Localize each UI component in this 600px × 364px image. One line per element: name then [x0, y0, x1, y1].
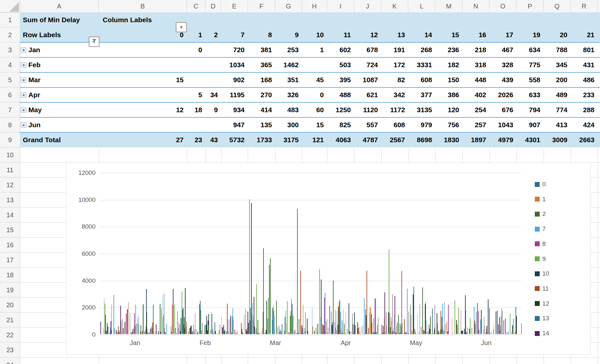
pivot-cell[interactable]: 558: [517, 72, 540, 87]
column-header-P[interactable]: P: [517, 0, 544, 12]
row-header-23[interactable]: 23: [0, 342, 20, 357]
pivot-cell[interactable]: 1: [302, 42, 324, 57]
grand-total-cell[interactable]: 4787: [354, 132, 378, 147]
pivot-col-header-20[interactable]: 20: [544, 27, 567, 42]
pivot-cell[interactable]: 268: [408, 42, 432, 57]
pivot-cell[interactable]: 1172: [381, 102, 405, 117]
grand-total-cell[interactable]: 43: [205, 132, 218, 147]
column-header-H[interactable]: H: [302, 0, 327, 12]
pivot-cell[interactable]: 386: [435, 87, 459, 102]
pivot-chart[interactable]: 020004000600080001000012000JanFebMarAprM…: [66, 162, 591, 355]
pivot-cell[interactable]: 182: [435, 57, 459, 72]
pivot-row-label-Jun[interactable]: +Jun: [21, 117, 40, 132]
pivot-cell[interactable]: 621: [354, 87, 378, 102]
row-header-9[interactable]: 9: [0, 132, 20, 147]
row-header-22[interactable]: 22: [0, 327, 20, 342]
pivot-cell[interactable]: 1087: [354, 72, 378, 87]
column-header-F[interactable]: F: [248, 0, 275, 12]
pivot-cell[interactable]: 503: [327, 57, 351, 72]
pivot-cell[interactable]: 720: [221, 42, 245, 57]
column-header-I[interactable]: I: [327, 0, 354, 12]
grand-total-cell[interactable]: 3009: [544, 132, 567, 147]
pivot-cell[interactable]: 5: [187, 87, 202, 102]
pivot-row-label-May[interactable]: +May: [21, 102, 42, 117]
row-header-3[interactable]: 3: [0, 42, 20, 57]
pivot-row-label-Feb[interactable]: +Feb: [21, 57, 40, 72]
expand-button-May[interactable]: +: [21, 107, 26, 113]
row-header-12[interactable]: 12: [0, 177, 20, 192]
grand-total-label-cell[interactable]: Grand Total: [23, 132, 61, 147]
column-header-K[interactable]: K: [381, 0, 408, 12]
column-header-O[interactable]: O: [489, 0, 517, 12]
pivot-cell[interactable]: 633: [517, 87, 540, 102]
legend-item-0[interactable]: 0: [535, 181, 546, 188]
pivot-col-header-7[interactable]: 7: [221, 27, 245, 42]
column-header-C[interactable]: C: [187, 0, 205, 12]
row-header-2[interactable]: 2: [0, 27, 20, 42]
pivot-cell[interactable]: 236: [435, 42, 459, 57]
pivot-cell[interactable]: 1462: [275, 57, 299, 72]
pivot-cell[interactable]: 288: [571, 102, 594, 117]
row-labels-cell[interactable]: Row Labels: [23, 27, 61, 42]
grand-total-cell[interactable]: 5732: [221, 132, 245, 147]
pivot-cell[interactable]: 489: [544, 87, 567, 102]
pivot-cell[interactable]: 34: [205, 87, 218, 102]
pivot-cell[interactable]: 172: [381, 57, 405, 72]
legend-item-7[interactable]: 7: [535, 225, 546, 233]
pivot-cell[interactable]: 907: [517, 117, 540, 132]
grand-total-cell[interactable]: 1830: [435, 132, 459, 147]
row-header-6[interactable]: 6: [0, 87, 20, 102]
row-header-14[interactable]: 14: [0, 207, 20, 222]
grand-total-cell[interactable]: 3175: [275, 132, 299, 147]
legend-item-10[interactable]: 10: [535, 270, 549, 277]
pivot-cell[interactable]: 300: [275, 117, 299, 132]
row-header-5[interactable]: 5: [0, 72, 20, 87]
pivot-col-header-19[interactable]: 19: [517, 27, 540, 42]
pivot-cell[interactable]: 934: [221, 102, 245, 117]
pivot-cell[interactable]: 377: [408, 87, 432, 102]
column-header-D[interactable]: D: [205, 0, 221, 12]
grand-total-cell[interactable]: 4301: [517, 132, 540, 147]
pivot-col-header-11[interactable]: 11: [327, 27, 351, 42]
pivot-cell[interactable]: 2026: [489, 87, 513, 102]
column-header-M[interactable]: M: [435, 0, 462, 12]
pivot-cell[interactable]: 60: [302, 102, 324, 117]
grand-total-cell[interactable]: 23: [187, 132, 202, 147]
pivot-cell[interactable]: 775: [517, 57, 540, 72]
pivot-col-header-12[interactable]: 12: [354, 27, 378, 42]
pivot-cell[interactable]: 724: [354, 57, 378, 72]
row-header-10[interactable]: 10: [0, 147, 20, 162]
pivot-cell[interactable]: 414: [248, 102, 272, 117]
pivot-cell[interactable]: 328: [489, 57, 513, 72]
column-header-Q[interactable]: Q: [544, 0, 571, 12]
pivot-cell[interactable]: 486: [571, 72, 594, 87]
pivot-cell[interactable]: 1250: [327, 102, 351, 117]
pivot-col-header-15[interactable]: 15: [435, 27, 459, 42]
pivot-cell[interactable]: 448: [462, 72, 486, 87]
column-header-E[interactable]: E: [221, 0, 248, 12]
row-header-1[interactable]: 1: [0, 12, 20, 27]
column-header-B[interactable]: B: [99, 0, 187, 12]
legend-item-13[interactable]: 13: [535, 315, 549, 322]
pivot-col-header-0[interactable]: 0: [99, 27, 184, 42]
pivot-cell[interactable]: 788: [544, 42, 567, 57]
pivot-cell[interactable]: 1043: [489, 117, 513, 132]
legend-item-12[interactable]: 12: [535, 300, 549, 307]
pivot-cell[interactable]: 431: [571, 57, 594, 72]
row-header-18[interactable]: 18: [0, 267, 20, 282]
pivot-cell[interactable]: 3135: [408, 102, 432, 117]
pivot-cell[interactable]: 381: [248, 42, 272, 57]
row-header-13[interactable]: 13: [0, 192, 20, 207]
expand-button-Jun[interactable]: +: [21, 122, 26, 128]
pivot-cell[interactable]: 608: [381, 117, 405, 132]
pivot-cell[interactable]: 801: [571, 42, 594, 57]
pivot-cell[interactable]: 233: [571, 87, 594, 102]
legend-item-9[interactable]: 9: [535, 255, 546, 263]
pivot-col-header-14[interactable]: 14: [408, 27, 432, 42]
pivot-cell[interactable]: 15: [302, 117, 324, 132]
row-header-21[interactable]: 21: [0, 312, 20, 327]
pivot-cell[interactable]: 257: [462, 117, 486, 132]
pivot-cell[interactable]: 200: [544, 72, 567, 87]
grand-total-cell[interactable]: 4979: [489, 132, 513, 147]
pivot-cell[interactable]: 191: [381, 42, 405, 57]
